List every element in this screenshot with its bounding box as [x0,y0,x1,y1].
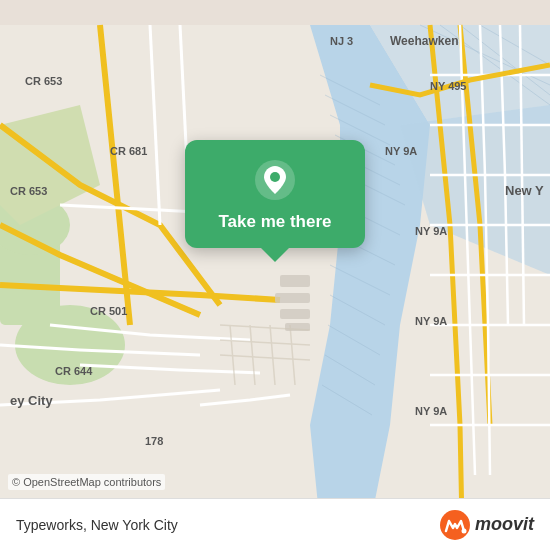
svg-text:NY 495: NY 495 [430,80,467,92]
svg-text:CR 501: CR 501 [90,305,127,317]
map-attribution: © OpenStreetMap contributors [8,474,165,490]
svg-text:ey City: ey City [10,393,53,408]
svg-text:CR 644: CR 644 [55,365,93,377]
svg-text:CR 653: CR 653 [10,185,47,197]
map-background: CR 653 CR 653 CR 681 CR 501 CR 644 178 W… [0,0,550,550]
svg-rect-41 [275,293,310,303]
bottom-bar: Typeworks, New York City moovit [0,498,550,550]
moovit-icon [439,509,471,541]
svg-point-47 [461,528,466,533]
svg-rect-40 [280,275,310,287]
location-label: Typeworks, New York City [16,517,178,533]
svg-text:Weehawken: Weehawken [390,34,458,48]
moovit-wordmark: moovit [475,514,534,535]
svg-text:178: 178 [145,435,163,447]
location-pin-icon [253,158,297,202]
svg-text:NY 9A: NY 9A [415,225,447,237]
svg-text:CR 681: CR 681 [110,145,147,157]
svg-rect-42 [280,309,310,319]
svg-text:New Y: New Y [505,183,544,198]
moovit-logo: moovit [439,509,534,541]
popup-card[interactable]: Take me there [185,140,365,248]
map-container: CR 653 CR 653 CR 681 CR 501 CR 644 178 W… [0,0,550,550]
svg-text:NY 9A: NY 9A [415,315,447,327]
svg-text:NY 9A: NY 9A [385,145,417,157]
svg-point-45 [270,172,280,182]
svg-text:CR 653: CR 653 [25,75,62,87]
svg-text:NJ 3: NJ 3 [330,35,353,47]
svg-text:NY 9A: NY 9A [415,405,447,417]
take-me-there-button[interactable]: Take me there [218,212,331,232]
